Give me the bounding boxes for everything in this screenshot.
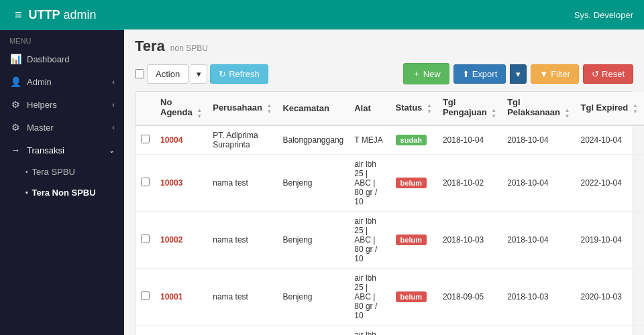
th-tgl-pelaksanaan[interactable]: TglPelaksanaan ▲▼ (502, 92, 575, 125)
toolbar-left: Action ▾ ↻ Refresh (135, 64, 268, 84)
table-row: 10003 nama test Benjeng air lbh 25 | ABC… (136, 155, 644, 212)
no-agenda-link[interactable]: 10002 (160, 235, 182, 245)
row-no-agenda: 10002 (155, 212, 207, 269)
sidebar-item-admin[interactable]: 👤 Admin ‹ (0, 70, 124, 93)
th-status[interactable]: Status ▲▼ (390, 92, 437, 125)
row-perusahaan: nama test (207, 269, 277, 326)
th-no-agenda[interactable]: NoAgenda ▲▼ (155, 92, 207, 125)
row-alat: air lbh 25 | ABC | 80 gr / 10 (349, 269, 390, 326)
refresh-label: Refresh (229, 69, 260, 79)
row-status: belum (390, 155, 437, 212)
th-tgl-expired[interactable]: Tgl Expired ▲▼ (576, 92, 643, 125)
th-label: Kecamatan (282, 103, 329, 113)
row-checkbox-cell (136, 212, 155, 269)
hamburger-icon[interactable]: ≡ (15, 8, 22, 22)
row-perusahaan: PT. Adiprima Suraprinta (207, 125, 277, 155)
row-tgl-expired: 2020-10-03 (576, 269, 643, 326)
filter-label: Filter (551, 69, 570, 79)
sidebar-item-tera-non-spbu[interactable]: • Tera Non SPBU (0, 182, 124, 203)
row-alat: air lbh 25 | ABC | 80 gr / 10 (349, 155, 390, 212)
select-all-checkbox[interactable] (135, 69, 144, 78)
export-dropdown-button[interactable]: ▾ (510, 64, 527, 84)
transaksi-icon: → (9, 145, 21, 155)
row-alat: air lbh 25 | ABC | 80 gr / 10 (349, 326, 390, 336)
sidebar-item-transaksi[interactable]: → Transaksi ⌄ (0, 139, 124, 161)
row-kecamatan: Benjeng (277, 269, 349, 326)
dashboard-icon: 📊 (9, 54, 21, 64)
row-checkbox[interactable] (141, 234, 150, 243)
toolbar-right: ＋ New ⬆ Export ▾ ▼ Filter ↺ Reset (403, 63, 633, 84)
topbar-username: Sys. Developer (574, 10, 633, 20)
sort-icon[interactable]: ▲▼ (267, 103, 272, 115)
reset-button[interactable]: ↺ Reset (583, 64, 633, 84)
no-agenda-link[interactable]: 10004 (160, 135, 182, 145)
new-icon: ＋ (412, 68, 421, 80)
refresh-button[interactable]: ↻ Refresh (210, 64, 268, 84)
status-badge: belum (396, 234, 427, 245)
export-label: Export (472, 69, 498, 79)
sidebar-item-label: Dashboard (27, 54, 70, 64)
reset-label: Reset (602, 69, 625, 79)
filter-icon: ▼ (539, 69, 548, 79)
sidebar-item-master[interactable]: ⚙ Master ‹ (0, 116, 124, 139)
row-tgl-expired: 2019-09-11 (576, 326, 643, 336)
th-tgl-pengajuan[interactable]: TglPengajuan ▲▼ (437, 92, 502, 125)
sort-icon[interactable]: ▲▼ (427, 103, 432, 115)
table-row: 10004 PT. Adiprima Suraprinta Balongpang… (136, 125, 644, 155)
sort-icon[interactable]: ▲▼ (565, 107, 570, 119)
sidebar-sub-label: Tera SPBU (32, 167, 75, 177)
row-tgl-pelaksanaan: 2018-09-11 (502, 326, 575, 336)
status-badge: belum (396, 178, 427, 188)
th-label: TglPengajuan (443, 97, 487, 117)
row-checkbox-cell (136, 125, 155, 155)
row-checkbox[interactable] (141, 178, 150, 186)
row-no-agenda: 10004 (155, 125, 207, 155)
row-tgl-pelaksanaan: 2018-10-04 (502, 155, 575, 212)
th-perusahaan[interactable]: Perusahaan ▲▼ (207, 92, 277, 125)
sidebar-item-helpers[interactable]: ⚙ Helpers ‹ (0, 93, 124, 116)
sort-icon[interactable]: ▲▼ (633, 103, 638, 115)
new-button[interactable]: ＋ New (403, 63, 449, 84)
th-label: TglPelaksanaan (507, 97, 560, 117)
table-row: 10002 nama test Benjeng air lbh 25 | ABC… (136, 212, 644, 269)
row-tgl-pelaksanaan: 2018-10-03 (502, 269, 575, 326)
table-body: 10004 PT. Adiprima Suraprinta Balongpang… (136, 125, 644, 335)
row-kecamatan: Balongpanggang (277, 125, 349, 155)
no-agenda-link[interactable]: 10003 (160, 178, 182, 188)
logo-suffix: admin (60, 8, 97, 21)
row-tgl-expired: 2022-10-04 (576, 155, 643, 212)
table-row: 09001 nama test Benjeng air lbh 25 | ABC… (136, 326, 644, 336)
sidebar-item-dashboard[interactable]: 📊 Dashboard (0, 48, 124, 70)
page-title-row: Tera non SPBU (135, 38, 633, 55)
bullet-icon: • (25, 168, 28, 176)
sidebar-item-tera-spbu[interactable]: • Tera SPBU (0, 161, 124, 182)
refresh-icon: ↻ (219, 69, 226, 79)
export-button[interactable]: ⬆ Export (453, 64, 506, 84)
row-kecamatan: Benjeng (277, 212, 349, 269)
row-checkbox[interactable] (141, 291, 150, 300)
table-row: 10001 nama test Benjeng air lbh 25 | ABC… (136, 269, 644, 326)
action-button[interactable]: Action (147, 64, 189, 84)
filter-button[interactable]: ▼ Filter (531, 64, 579, 84)
th-label: Status (396, 103, 423, 113)
no-agenda-link[interactable]: 10001 (160, 292, 182, 302)
row-tgl-pelaksanaan: 2018-10-04 (502, 212, 575, 269)
main-content: Sys. Developer Tera non SPBU Action ▾ ↻ … (124, 0, 644, 335)
action-dropdown-button[interactable]: ▾ (191, 64, 207, 84)
row-status: belum (390, 212, 437, 269)
table-header-row: NoAgenda ▲▼ Perusahaan ▲▼ Kecamatan Alat (136, 92, 644, 125)
row-perusahaan: nama test (207, 155, 277, 212)
th-checkbox (136, 92, 155, 125)
sort-icon[interactable]: ▲▼ (197, 107, 202, 119)
th-kecamatan: Kecamatan (277, 92, 349, 125)
row-tgl-pengajuan: 2018-10-03 (437, 212, 502, 269)
admin-arrow: ‹ (112, 78, 115, 86)
th-label: NoAgenda (160, 97, 193, 117)
row-checkbox[interactable] (141, 135, 150, 143)
sort-icon[interactable]: ▲▼ (491, 107, 496, 119)
reset-icon: ↺ (592, 69, 599, 79)
sidebar-logo: UTTP admin (29, 8, 97, 22)
master-arrow: ‹ (112, 123, 115, 131)
helpers-icon: ⚙ (9, 99, 21, 110)
th-label: Alat (354, 103, 371, 113)
